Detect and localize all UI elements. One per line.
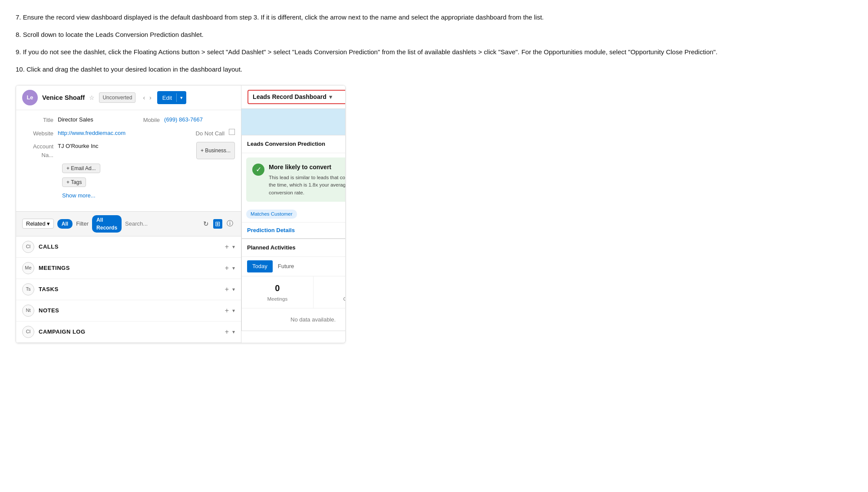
nav-arrows: ‹ › [142,93,152,102]
campaign-log-label: CAMPAIGN LOG [39,328,221,336]
email-add-button[interactable]: + Email Ad... [62,164,100,173]
prediction-details-link[interactable]: Prediction Details [247,226,346,235]
status-badge: Unconverted [99,92,135,103]
meetings-caret-btn[interactable]: ▾ [232,264,235,272]
campaign-log-icon: Cl [22,326,34,338]
planned-header: Planned Activities + ⚙ [242,239,346,257]
related-button[interactable]: Related ▾ [22,219,54,229]
dashboard-title: Leads Record Dashboard [253,92,327,102]
email-tags-row: + Email Ad... [22,164,235,173]
left-panel: Le Venice Shoaff ☆ Unconverted ‹ › Edit … [16,85,241,343]
mobile-label: Mobile [129,116,164,125]
list-item: Me MEETINGS + ▾ [16,258,241,279]
list-item: Ts TASKS + ▾ [16,279,241,300]
all-records-pill[interactable]: All Records [92,215,122,233]
calls-icon: Cl [22,241,34,253]
prediction-description: This lead is similar to leads that conve… [269,174,346,197]
related-label: Related [26,220,46,227]
campaign-log-actions: + ▾ [225,327,235,337]
record-name: Venice Shoaff [42,93,85,103]
record-header: Le Venice Shoaff ☆ Unconverted ‹ › Edit … [16,85,241,110]
prediction-dashlet: Leads Conversion Prediction + ⚙ ✓ More l… [241,135,346,239]
calls-count: 0 [317,282,346,295]
filter-label: Filter [76,220,89,228]
meetings-actions: + ▾ [225,263,235,273]
notes-icon: Nt [22,305,34,317]
edit-btn-divider [176,93,177,102]
tab-future[interactable]: Future [273,260,300,272]
account-value: TJ O'Rourke Inc [58,142,196,159]
planned-title: Planned Activities [247,243,346,252]
calls-label: Calls [317,295,346,303]
website-value[interactable]: http://www.freddiemac.com [58,129,193,138]
avatar: Le [22,90,38,105]
notes-caret-btn[interactable]: ▾ [232,307,235,315]
title-value: Director Sales [58,115,129,125]
metrics-row: 0 Meetings 0 Calls [242,276,346,308]
campaign-log-add-btn[interactable]: + [225,327,229,337]
screenshot-area: Le Venice Shoaff ☆ Unconverted ‹ › Edit … [16,85,346,343]
calls-caret-btn[interactable]: ▾ [232,243,235,251]
step-10: 10. Click and drag the dashlet to your d… [16,64,852,75]
tasks-actions: + ▾ [225,284,235,295]
related-dropdown-icon: ▾ [47,220,50,227]
tasks-caret-btn[interactable]: ▾ [232,285,235,293]
step-8: 8. Scroll down to locate the Leads Conve… [16,30,852,40]
edit-button[interactable]: Edit ▾ [157,91,186,104]
meetings-icon: Me [22,262,34,274]
prediction-details-row: Prediction Details 💬 [242,222,346,238]
list-item: Cl CAMPAIGN LOG + ▾ [16,321,241,343]
dashboard-dropdown-arrow[interactable]: ▾ [329,93,332,102]
planned-activities-dashlet: Planned Activities + ⚙ Today Future 👤 👥 … [241,239,346,331]
instructions-section: 7. Ensure the record view dashboard disp… [16,12,852,75]
tags-button[interactable]: + Tags [62,177,86,187]
notes-actions: + ▾ [225,305,235,316]
meetings-add-btn[interactable]: + [225,263,229,273]
edit-button-label: Edit [162,95,175,101]
right-panel: Leads Record Dashboard ▾ ☆ ↑ Leads Conve… [241,85,346,343]
edit-dropdown-arrow[interactable]: ▾ [178,95,186,101]
matches-badge-container: Matches Customer [242,206,346,222]
business-button[interactable]: + Business... [196,142,235,159]
calls-actions: + ▾ [225,242,235,252]
red-arrow-area: ↑ [241,109,346,135]
list-item: Nt NOTES + ▾ [16,300,241,321]
nav-prev-arrow[interactable]: ‹ [142,93,146,102]
do-not-call-label: Do Not Call [193,129,229,138]
prediction-dashlet-title: Leads Conversion Prediction [247,140,346,148]
show-more-link[interactable]: Show more... [22,191,235,200]
website-field-row: Website http://www.freddiemac.com Do Not… [22,129,235,138]
meetings-label: Meetings [245,295,310,303]
related-list: Cl CALLS + ▾ Me MEETINGS + ▾ Ts TASKS [16,236,241,343]
matches-badge: Matches Customer [246,210,297,219]
all-pill[interactable]: All [57,219,73,229]
campaign-log-caret-btn[interactable]: ▾ [232,328,235,336]
do-not-call-checkbox[interactable] [229,129,235,135]
fields-area: Title Director Sales Mobile (699) 863-76… [16,110,241,211]
refresh-icon[interactable]: ↻ [201,219,211,229]
website-label: Website [22,129,58,138]
prediction-content: More likely to convert This lead is simi… [269,163,346,197]
no-data-message: No data available. [242,308,346,331]
meetings-label: MEETINGS [39,264,221,272]
title-label: Title [22,116,58,125]
account-label: Account Na... [22,142,58,159]
tab-today[interactable]: Today [247,260,273,272]
meetings-count: 0 [245,282,310,295]
grid-view-icon[interactable]: ⊞ [213,219,222,229]
tasks-add-btn[interactable]: + [225,284,229,295]
mobile-value: (699) 863-7667 [164,115,235,125]
account-field-row: Account Na... TJ O'Rourke Inc + Business… [22,142,235,159]
title-field-row: Title Director Sales Mobile (699) 863-76… [22,115,235,125]
search-input[interactable] [125,220,198,227]
calls-label: CALLS [39,243,221,251]
right-panel-content: ↑ Leads Conversion Prediction + ⚙ ✓ More… [241,109,346,343]
tasks-label: TASKS [39,285,221,294]
related-actions: ↻ ⊞ ⓘ [201,219,235,229]
info-icon[interactable]: ⓘ [225,219,235,229]
calls-add-btn[interactable]: + [225,242,229,252]
notes-add-btn[interactable]: + [225,305,229,316]
nav-next-arrow[interactable]: › [148,93,153,102]
star-icon-left[interactable]: ☆ [89,93,95,102]
tasks-icon: Ts [22,283,34,295]
